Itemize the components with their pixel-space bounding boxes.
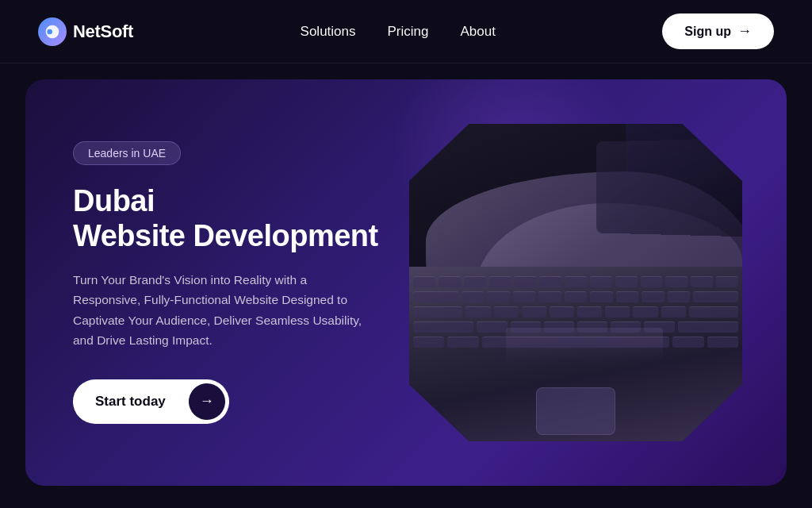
hero-image-container	[409, 124, 742, 441]
key-reflection	[506, 328, 663, 363]
main-section: Leaders in UAE Dubai Website Development…	[0, 64, 812, 508]
logo-icon	[38, 17, 67, 46]
laptop-base	[409, 267, 742, 441]
start-today-arrow-icon: →	[189, 383, 225, 420]
trackpad	[536, 387, 615, 435]
nav-pricing[interactable]: Pricing	[388, 24, 429, 40]
hero-badge: Leaders in UAE	[73, 141, 181, 165]
nav-links: Solutions Pricing About	[301, 24, 496, 40]
signup-label: Sign up	[684, 25, 731, 39]
nav-solutions[interactable]: Solutions	[301, 24, 356, 40]
svg-point-1	[47, 29, 52, 34]
hero-description: Turn Your Brand's Vision into Reality wi…	[73, 270, 374, 351]
logo-text: NetSoft	[73, 21, 133, 42]
hero-title: Dubai Website Development	[73, 184, 378, 253]
start-today-button[interactable]: Start today →	[73, 379, 229, 424]
hero-left: Leaders in UAE Dubai Website Development…	[73, 141, 378, 424]
nav-about[interactable]: About	[460, 24, 495, 40]
logo[interactable]: NetSoft	[38, 17, 133, 46]
hero-card: Leaders in UAE Dubai Website Development…	[25, 79, 787, 486]
navbar: NetSoft Solutions Pricing About Sign up …	[0, 0, 812, 64]
laptop-screen-edge	[596, 137, 742, 237]
start-today-label: Start today	[73, 383, 185, 421]
signup-arrow-icon: →	[737, 23, 752, 40]
laptop-visual	[409, 124, 742, 441]
signup-button[interactable]: Sign up →	[662, 13, 774, 49]
hero-image-shape	[409, 124, 742, 441]
